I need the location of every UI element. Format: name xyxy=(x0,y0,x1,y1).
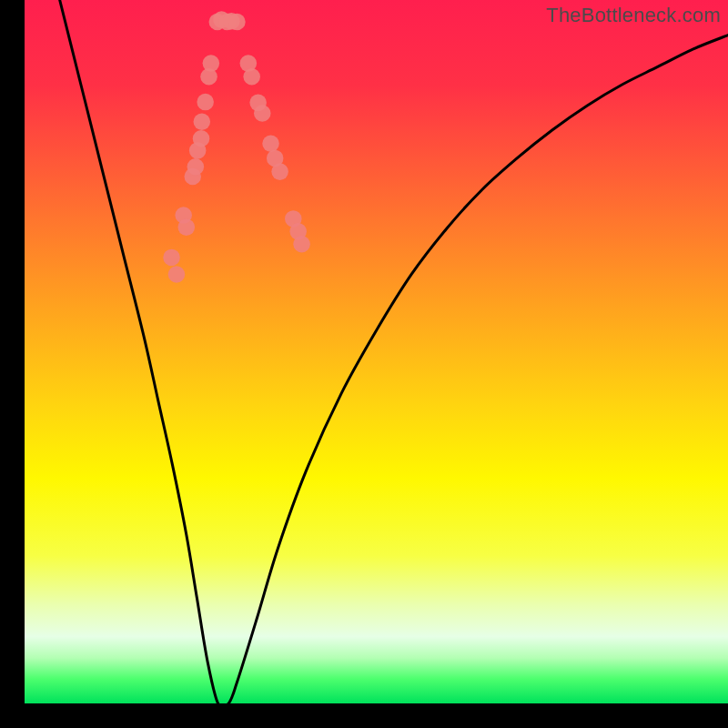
marker-dot xyxy=(228,14,246,31)
marker-dot xyxy=(163,249,180,267)
marker-dot xyxy=(193,130,210,147)
marker-dot xyxy=(249,95,267,112)
marker-dot xyxy=(262,135,279,152)
marker-dot xyxy=(271,163,288,180)
marker-dot xyxy=(203,55,220,72)
watermark-text: TheBottleneck.com xyxy=(546,4,721,27)
chart-frame: TheBottleneck.com xyxy=(25,0,728,703)
marker-dot xyxy=(243,68,260,86)
gradient-background xyxy=(25,0,728,703)
marker-dot xyxy=(293,236,310,253)
marker-dot xyxy=(178,218,196,236)
marker-dot xyxy=(197,94,214,111)
marker-dot xyxy=(194,113,211,130)
marker-dot xyxy=(187,158,205,176)
marker-dot xyxy=(168,266,186,283)
bottleneck-chart xyxy=(25,0,728,703)
